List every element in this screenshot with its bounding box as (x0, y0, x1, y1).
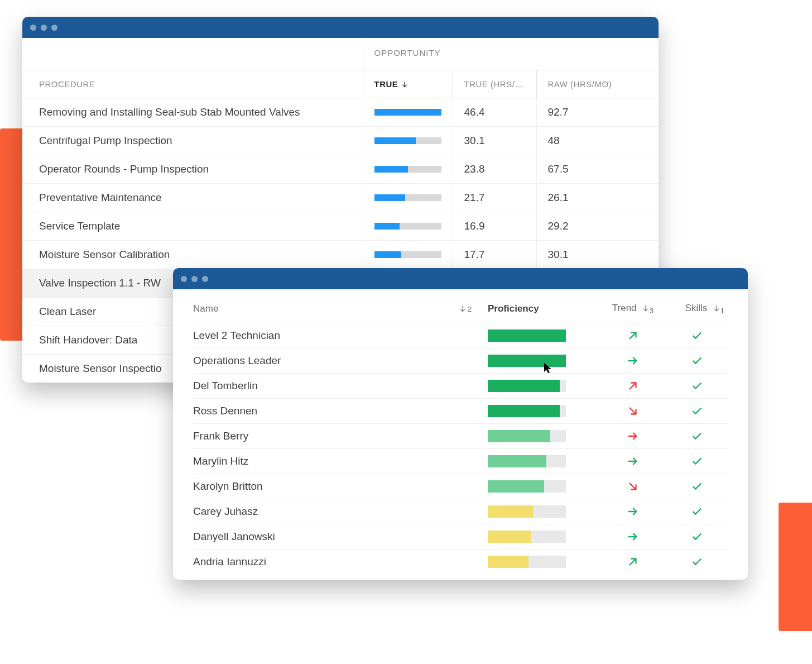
raw-hrs-cell: 26.1 (536, 184, 659, 212)
sort-index: 2 (468, 305, 472, 313)
person-name: Marylin Hitz (193, 455, 488, 467)
table-row[interactable]: Centrifugal Pump Inspection30.148 (22, 127, 659, 155)
header-name-sort[interactable]: 2 (459, 305, 488, 313)
list-item[interactable]: Operations Leader (193, 348, 728, 373)
bar-track (488, 329, 566, 342)
trend-right-icon (627, 430, 639, 442)
bar-track (488, 556, 566, 568)
titlebar-back (22, 17, 659, 38)
skills-cell (666, 380, 728, 392)
bar-fill (488, 556, 528, 568)
table-row[interactable]: Operator Rounds - Pump Inspection23.867.… (22, 155, 659, 184)
decoration-right (779, 503, 812, 631)
true-hrs-cell: 46.4 (453, 98, 536, 127)
list-item[interactable]: Ross Dennen (193, 398, 728, 423)
check-icon (691, 430, 703, 442)
skills-cell (666, 531, 728, 543)
skills-cell (666, 556, 728, 568)
bar-track (488, 355, 566, 367)
raw-hrs-cell: 30.1 (536, 241, 659, 269)
trend-right-icon (627, 505, 639, 518)
header-raw-hrs[interactable]: RAW (HRS/MO) (536, 70, 659, 98)
header-opportunity: OPPORTUNITY (363, 38, 659, 70)
bar-fill (374, 166, 408, 173)
bar-track (488, 430, 566, 442)
person-name: Operations Leader (193, 355, 488, 367)
window-dot[interactable] (51, 25, 57, 31)
list-item[interactable]: Carey Juhasz (193, 499, 728, 524)
sort-desc-icon (401, 80, 409, 88)
procedure-name: Preventative Maintenance (22, 184, 363, 212)
trend-down-right-icon (627, 480, 639, 493)
bar-track (488, 455, 566, 467)
list-item[interactable]: Danyell Janowski (193, 524, 728, 549)
procedure-name: Centrifugal Pump Inspection (22, 127, 363, 155)
list-item[interactable]: Level 2 Technician (193, 323, 728, 348)
header-true-hrs[interactable]: TRUE (HRS/… (453, 70, 536, 98)
person-name: Carey Juhasz (193, 505, 488, 518)
person-name: Frank Berry (193, 430, 488, 442)
proficiency-cell (488, 505, 599, 518)
window-dot[interactable] (30, 25, 36, 31)
header-name[interactable]: Name (193, 303, 459, 314)
bar-fill (488, 455, 546, 467)
trend-cell (599, 556, 666, 568)
skills-cell (666, 405, 728, 417)
list-item[interactable]: Marylin Hitz (193, 448, 728, 474)
bar-track (374, 194, 441, 201)
bar-fill (488, 329, 566, 342)
proficiency-cell (488, 455, 599, 467)
bar-fill (488, 505, 533, 518)
bar-track (374, 109, 441, 116)
true-bar-cell (363, 155, 453, 184)
true-bar-cell (363, 98, 453, 127)
window-dot[interactable] (181, 276, 187, 282)
skills-cell (666, 430, 728, 442)
trend-cell (599, 455, 666, 467)
true-bar-cell (363, 127, 453, 155)
raw-hrs-cell: 67.5 (536, 155, 659, 184)
table-row[interactable]: Preventative Maintenance21.726.1 (22, 184, 659, 212)
true-bar-cell (363, 184, 453, 212)
true-bar-cell (363, 241, 453, 269)
person-name: Del Tomberlin (193, 380, 488, 392)
true-hrs-cell: 17.7 (453, 241, 536, 269)
window-dot[interactable] (202, 276, 208, 282)
window-dot[interactable] (191, 276, 198, 282)
trend-cell (599, 531, 666, 543)
list-item[interactable]: Frank Berry (193, 423, 728, 448)
bar-fill (488, 405, 560, 417)
trend-up-right-icon (627, 380, 639, 392)
table-row[interactable]: Service Template16.929.2 (22, 212, 659, 241)
bar-fill (488, 430, 550, 442)
window-dot[interactable] (41, 25, 47, 31)
check-icon (691, 505, 703, 518)
header-skills[interactable]: Skills 1 (666, 303, 728, 315)
bar-track (488, 531, 566, 543)
list-item[interactable]: Del Tomberlin (193, 373, 728, 398)
proficiency-cell (488, 329, 599, 342)
trend-up-right-icon (627, 556, 639, 568)
bar-fill (374, 223, 400, 230)
true-bar-cell (363, 212, 453, 241)
header-procedure[interactable]: PROCEDURE (22, 70, 363, 98)
skills-cell (666, 329, 728, 342)
people-header: Name 2 Proficiency Trend 3 Skills 1 (193, 303, 728, 323)
table-row[interactable]: Moisture Sensor Calibration17.730.1 (22, 241, 659, 269)
procedure-name: Removing and Installing Seal-sub Stab Mo… (22, 98, 363, 127)
list-item[interactable]: Andria Iannuzzi (193, 549, 728, 574)
bar-fill (488, 380, 560, 392)
check-icon (691, 455, 703, 467)
skills-cell (666, 455, 728, 467)
proficiency-cell (488, 405, 599, 417)
check-icon (691, 380, 703, 392)
sort-index: 3 (650, 307, 654, 315)
header-true-sort[interactable]: TRUE (363, 70, 453, 98)
header-proficiency[interactable]: Proficiency (488, 303, 599, 314)
table-row[interactable]: Removing and Installing Seal-sub Stab Mo… (22, 98, 659, 127)
list-item[interactable]: Karolyn Britton (193, 474, 728, 499)
proficiency-cell (488, 556, 599, 568)
header-trend[interactable]: Trend 3 (599, 303, 666, 315)
bar-fill (488, 531, 531, 543)
proficiency-cell (488, 380, 599, 392)
